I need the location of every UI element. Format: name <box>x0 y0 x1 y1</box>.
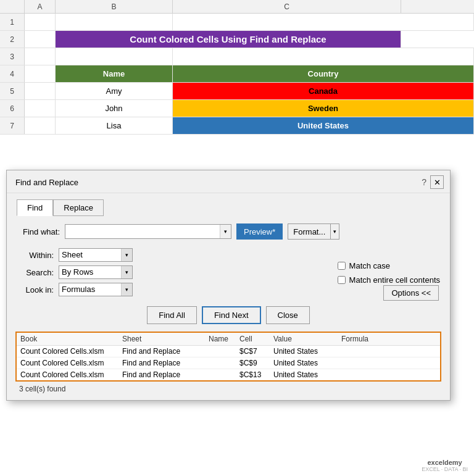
result-cell-1: $C$7 <box>236 346 270 357</box>
find-next-button[interactable]: Find Next <box>202 306 261 324</box>
country-canada: Canada <box>173 83 474 99</box>
find-what-label: Find what: <box>17 227 60 236</box>
results-section: Book Sheet Name Cell Value Formula Count… <box>15 332 441 382</box>
result-sheet-1: Find and Replace <box>118 346 205 357</box>
tab-find[interactable]: Find <box>17 199 53 216</box>
name-lisa: Lisa <box>56 117 173 134</box>
tab-replace[interactable]: Replace <box>53 199 104 216</box>
within-select[interactable]: Sheet ▾ <box>59 248 133 262</box>
name-amy: Amy <box>56 83 173 99</box>
find-dropdown-button[interactable]: ▾ <box>220 225 231 238</box>
match-entire-row: Match entire cell contents <box>338 275 440 285</box>
country-sweden: Sweden <box>173 100 474 117</box>
col-header-book: Book <box>17 333 118 345</box>
col-header-cell: Cell <box>236 333 270 345</box>
country-us: United States <box>173 117 474 134</box>
left-options: Within: Sheet ▾ Search: By Rows ▾ Look i… <box>17 248 325 300</box>
options-btn-area: Options << <box>383 285 439 301</box>
close-button[interactable]: Close <box>266 306 310 324</box>
match-case-checkbox[interactable] <box>338 262 346 270</box>
action-buttons: Find All Find Next Close <box>17 306 440 324</box>
result-formula-1 <box>338 346 440 357</box>
col-header-formula: Formula <box>338 333 440 345</box>
result-name-1 <box>205 346 236 357</box>
corner-cell <box>0 0 25 13</box>
within-row: Within: Sheet ▾ <box>17 248 325 262</box>
find-all-button[interactable]: Find All <box>147 306 197 324</box>
dialog-controls: ? ✕ <box>422 175 444 189</box>
result-value-3: United States <box>270 369 338 380</box>
result-book-3: Count Colored Cells.xlsm <box>17 369 118 380</box>
results-footer: 3 cell(s) found <box>17 382 440 395</box>
table-row: 7 Lisa United States <box>0 117 474 135</box>
col-name-header: Name <box>56 65 173 82</box>
name-john: John <box>56 100 173 117</box>
format-button[interactable]: Format... <box>288 223 331 240</box>
table-row: 5 Amy Canada <box>0 83 474 100</box>
format-dropdown-button[interactable]: ▾ <box>331 223 339 240</box>
result-formula-3 <box>338 369 440 380</box>
help-button[interactable]: ? <box>422 177 426 187</box>
brand-sub: EXCEL · DATA · BI <box>422 466 468 472</box>
lookin-select[interactable]: Formulas ▾ <box>59 283 133 296</box>
dialog-body: Find Replace Find what: ▾ Preview* Forma… <box>7 193 450 400</box>
result-book-1: Count Colored Cells.xlsm <box>17 346 118 357</box>
within-label: Within: <box>17 251 54 260</box>
within-value: Sheet <box>59 248 121 262</box>
result-cell-2: $C$9 <box>236 357 270 369</box>
find-what-input[interactable] <box>65 225 220 238</box>
within-dropdown-icon[interactable]: ▾ <box>121 249 132 261</box>
title-cell: Count Colored Cells Using Find and Repla… <box>56 31 401 48</box>
col-header-a: A <box>25 0 56 13</box>
result-row-2: Count Colored Cells.xlsm Find and Replac… <box>17 357 440 369</box>
table-row: 1 <box>0 14 474 31</box>
close-dialog-button[interactable]: ✕ <box>430 175 444 189</box>
find-replace-dialog: Find and Replace ? ✕ Find Replace Find w… <box>6 170 451 401</box>
table-row: 6 John Sweden <box>0 100 474 117</box>
result-value-1: United States <box>270 346 338 357</box>
lookin-row: Look in: Formulas ▾ <box>17 283 325 296</box>
dialog-tabs: Find Replace <box>17 199 440 216</box>
spreadsheet: A B C 1 2 Count Colored Cells Using Find… <box>0 0 474 198</box>
result-formula-2 <box>338 357 440 369</box>
table-row: 2 Count Colored Cells Using Find and Rep… <box>0 31 474 48</box>
format-button-wrap: Format... ▾ <box>288 223 339 240</box>
result-row-1: Count Colored Cells.xlsm Find and Replac… <box>17 346 440 357</box>
result-name-2 <box>205 357 236 369</box>
col-header-sheet: Sheet <box>118 333 205 345</box>
find-what-row: Find what: ▾ Preview* Format... ▾ <box>17 223 440 240</box>
match-entire-checkbox[interactable] <box>338 276 346 284</box>
match-case-label: Match case <box>349 261 390 270</box>
col-header-c: C <box>173 0 401 13</box>
table-row: 4 Name Country <box>0 65 474 83</box>
dialog-title: Find and Replace <box>15 178 78 187</box>
col-header-value: Value <box>270 333 338 345</box>
search-row: Search: By Rows ▾ <box>17 265 325 279</box>
col-header-b: B <box>56 0 173 13</box>
result-sheet-2: Find and Replace <box>118 357 205 369</box>
result-name-3 <box>205 369 236 380</box>
match-case-row: Match case <box>338 261 440 270</box>
lookin-label: Look in: <box>17 285 54 294</box>
watermark: exceldemy EXCEL · DATA · BI <box>422 459 468 472</box>
result-value-2: United States <box>270 357 338 369</box>
search-label: Search: <box>17 268 54 277</box>
result-book-2: Count Colored Cells.xlsm <box>17 357 118 369</box>
search-select[interactable]: By Rows ▾ <box>59 265 133 279</box>
result-cell-3: $C$13 <box>236 369 270 380</box>
search-dropdown-icon[interactable]: ▾ <box>121 266 132 278</box>
lookin-value: Formulas <box>59 283 121 296</box>
dialog-titlebar: Find and Replace ? ✕ <box>7 170 450 193</box>
preview-button[interactable]: Preview* <box>236 223 283 240</box>
search-value: By Rows <box>59 265 121 279</box>
options-section: Within: Sheet ▾ Search: By Rows ▾ Look i… <box>17 248 440 300</box>
result-row-3: Count Colored Cells.xlsm Find and Replac… <box>17 369 440 380</box>
column-headers: A B C <box>0 0 474 14</box>
options-toggle-button[interactable]: Options << <box>383 285 439 301</box>
result-sheet-3: Find and Replace <box>118 369 205 380</box>
table-row: 3 <box>0 48 474 65</box>
find-input-container: ▾ <box>65 224 231 239</box>
results-header: Book Sheet Name Cell Value Formula <box>17 333 440 346</box>
col-header-name: Name <box>205 333 236 345</box>
lookin-dropdown-icon[interactable]: ▾ <box>121 283 132 296</box>
